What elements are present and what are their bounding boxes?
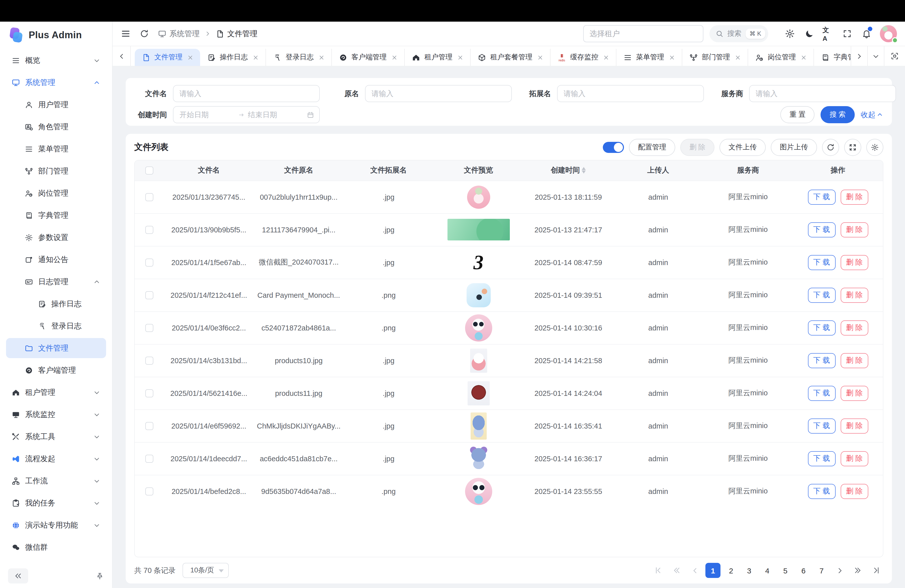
file-preview-image[interactable] (467, 381, 489, 405)
close-icon[interactable] (537, 54, 543, 60)
page-button-2[interactable]: 2 (724, 563, 738, 578)
sidebar-item-user-mgmt[interactable]: 用户管理 (6, 95, 106, 115)
collapse-filter-link[interactable]: 收起 (861, 110, 883, 119)
close-icon[interactable] (319, 54, 324, 60)
settings-gear-icon[interactable] (784, 28, 795, 39)
row-checkbox[interactable] (145, 488, 153, 496)
file-preview-image[interactable]: 3 (467, 250, 490, 275)
next-page-icon[interactable] (832, 563, 847, 578)
select-all-checkbox[interactable] (145, 167, 153, 175)
sidebar-item-system-mgmt[interactable]: 系统管理 (6, 72, 106, 92)
sidebar-item-post-mgmt[interactable]: 岗位管理 (6, 183, 106, 203)
sidebar-item-tenant-mgmt[interactable]: 租户管理 (6, 382, 106, 402)
config-mgmt-button[interactable]: 配置管理 (629, 139, 675, 156)
download-button[interactable]: 下 载 (808, 353, 835, 368)
tenant-select[interactable]: 选择租户 (583, 25, 703, 42)
download-button[interactable]: 下 载 (808, 320, 835, 335)
download-button[interactable]: 下 载 (808, 288, 835, 303)
fullscreen-icon[interactable] (841, 28, 853, 39)
sidebar-item-notice[interactable]: 通知公告 (6, 250, 106, 270)
sidebar-item-param-settings[interactable]: 参数设置 (6, 227, 106, 248)
origname-input[interactable] (365, 85, 512, 102)
row-delete-button[interactable]: 删 除 (840, 288, 868, 303)
row-checkbox[interactable] (145, 389, 153, 397)
filename-input[interactable] (173, 85, 320, 102)
file-preview-image[interactable] (466, 283, 491, 307)
sidebar-item-role-mgmt[interactable]: 角色管理 (6, 117, 106, 137)
page-button-4[interactable]: 4 (760, 563, 775, 578)
page-button-3[interactable]: 3 (741, 563, 757, 578)
tab-file-mgmt[interactable]: 文件管理 (135, 49, 200, 66)
sidebar-item-dict-mgmt[interactable]: 字典管理 (6, 205, 106, 225)
sidebar-item-sys-tools[interactable]: 系统工具 (6, 426, 106, 447)
sidebar-item-flow-start[interactable]: 流程发起 (6, 449, 106, 469)
page-button-7[interactable]: 7 (814, 563, 829, 578)
sidebar-item-log-mgmt[interactable]: 日志管理 (6, 272, 106, 292)
sidebar-item-wechat-group[interactable]: 微信群 (6, 537, 106, 557)
row-checkbox[interactable] (145, 193, 153, 201)
sidebar-item-menu-mgmt[interactable]: 菜单管理 (6, 139, 106, 159)
download-button[interactable]: 下 载 (808, 451, 835, 466)
download-button[interactable]: 下 载 (808, 255, 835, 270)
provider-input[interactable] (749, 85, 896, 102)
tab-tenant-mgmt[interactable]: 租户管理 (405, 49, 471, 66)
page-button-1[interactable]: 1 (705, 563, 721, 578)
page-button-5[interactable]: 5 (778, 563, 793, 578)
extension-input[interactable] (557, 85, 704, 102)
tab-dict-mgmt[interactable]: 字典管理 (814, 49, 851, 66)
tab-client-mgmt[interactable]: 客户端管理 (332, 49, 405, 66)
row-checkbox[interactable] (145, 324, 153, 332)
breadcrumb-item-system[interactable]: 系统管理 (158, 29, 200, 38)
sidebar-item-op-log[interactable]: 操作日志 (6, 294, 106, 314)
language-translate-icon[interactable]: 文A (822, 28, 834, 39)
close-icon[interactable] (801, 54, 807, 60)
tab-cache-monitor[interactable]: redis缓存监控 (551, 49, 616, 66)
row-checkbox[interactable] (145, 357, 153, 365)
download-button[interactable]: 下 载 (808, 222, 835, 237)
row-checkbox[interactable] (145, 291, 153, 299)
column-settings-gear-icon[interactable] (866, 139, 883, 156)
close-icon[interactable] (187, 54, 193, 60)
file-preview-image[interactable] (470, 412, 486, 440)
row-checkbox[interactable] (145, 455, 153, 463)
row-checkbox[interactable] (145, 259, 153, 267)
reset-button[interactable]: 重 置 (780, 106, 814, 123)
sidebar-item-file-mgmt[interactable]: 文件管理 (6, 338, 106, 358)
last-page-icon[interactable] (868, 563, 883, 578)
sidebar-collapse-button[interactable] (8, 568, 28, 583)
file-preview-image[interactable] (447, 219, 510, 241)
notification-bell-icon[interactable] (861, 28, 872, 39)
file-preview-image[interactable] (465, 478, 492, 505)
sidebar-item-login-log[interactable]: 登录日志 (6, 316, 106, 336)
row-delete-button[interactable]: 删 除 (840, 320, 868, 335)
image-upload-button[interactable]: 图片上传 (771, 139, 817, 156)
download-button[interactable]: 下 载 (808, 190, 835, 205)
sort-icon[interactable] (582, 167, 586, 174)
tab-menu-mgmt[interactable]: 菜单管理 (616, 49, 682, 66)
page-button-6[interactable]: 6 (796, 563, 811, 578)
sidebar-item-dept-mgmt[interactable]: 部门管理 (6, 161, 106, 181)
row-delete-button[interactable]: 删 除 (840, 353, 868, 368)
sidebar-item-sys-monitor[interactable]: 系统监控 (6, 404, 106, 424)
row-delete-button[interactable]: 删 除 (840, 418, 868, 434)
close-icon[interactable] (669, 54, 675, 60)
row-delete-button[interactable]: 删 除 (840, 484, 868, 499)
tab-dept-mgmt[interactable]: 部门管理 (682, 49, 748, 66)
tab-login-log[interactable]: 登录日志 (266, 49, 332, 66)
download-button[interactable]: 下 载 (808, 484, 835, 499)
download-button[interactable]: 下 载 (808, 386, 835, 401)
tabs-scroll-left-icon[interactable] (113, 46, 131, 66)
table-fullscreen-icon[interactable] (844, 139, 861, 156)
close-icon[interactable] (457, 54, 463, 60)
search-button[interactable]: 搜 索 (821, 106, 855, 123)
file-preview-image[interactable] (465, 315, 492, 342)
sidebar-item-my-tasks[interactable]: 我的任务 (6, 493, 106, 513)
prev-page-icon[interactable] (687, 563, 702, 578)
menu-collapse-icon[interactable] (121, 29, 131, 39)
column-header[interactable]: 创建时间 (523, 166, 613, 175)
pin-sidebar-icon[interactable] (95, 572, 104, 580)
tabs-dropdown-icon[interactable] (867, 46, 884, 66)
close-icon[interactable] (603, 54, 609, 60)
page-size-select[interactable]: 10条/页 (183, 563, 229, 578)
row-checkbox[interactable] (145, 226, 153, 234)
